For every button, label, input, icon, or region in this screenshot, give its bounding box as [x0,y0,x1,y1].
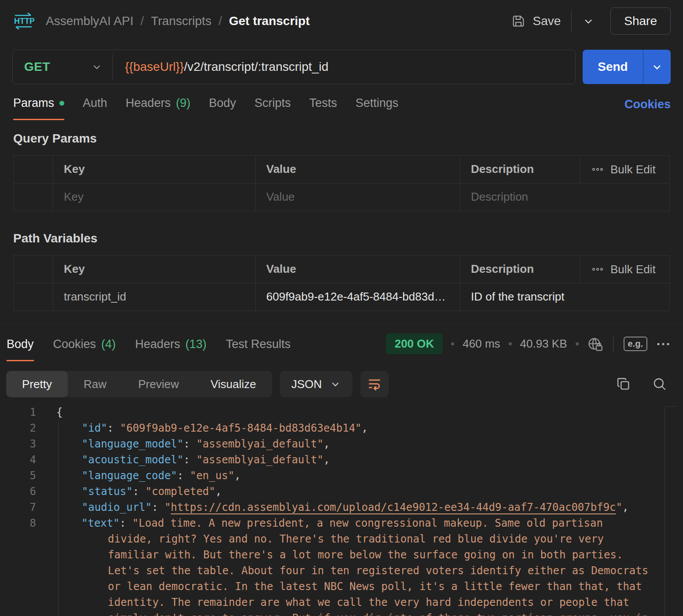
path-variable-select-column [14,256,53,283]
response-size: 40.93 KB [520,337,567,351]
tab-headers[interactable]: Headers(9) [126,96,191,120]
path-variable-column-key: Key [53,256,256,283]
tab-params[interactable]: Params [13,96,64,120]
query-params-table: KeyValueDescriptionBulk EditKeyValueDesc… [13,155,670,211]
url-variable: {{baseUrl}} [125,60,184,73]
query-param-row: KeyValueDescription [14,183,669,211]
code-line-content: "text": "Load time. A new president, a n… [56,515,650,616]
tab-count-badge: (9) [176,96,191,110]
response-time: 460 ms [463,337,500,351]
bulk-edit-label: Bulk Edit [610,156,656,183]
json-string-value: "assemblyai_default" [196,454,323,466]
indentation [56,469,82,482]
query-param-select-column [14,156,53,183]
request-tabs: ParamsAuthHeaders(9)BodyScriptsTestsSett… [13,96,671,120]
json-punctuation: , [323,438,330,450]
query-param-description-cell[interactable]: Description [460,183,669,211]
json-key: "audio_url" [82,501,152,513]
query-param-value-cell[interactable]: Value [256,183,460,211]
path-variable-column-value: Value [256,256,460,283]
code-line-content: "id": "609f9ab9-e12e-4af5-8484-bd83d63e4… [56,420,368,436]
json-key: "status" [82,485,133,498]
json-punctuation: : [132,485,145,498]
format-dropdown[interactable]: JSON [280,371,353,397]
wrap-text-button[interactable] [360,371,389,397]
path-variable-value-cell[interactable]: 609f9ab9-e12e-4af5-8484-bd83d6… [256,283,460,311]
tab-body[interactable]: Body [7,337,34,361]
share-button[interactable]: Share [610,7,671,35]
tab-label: Scripts [254,96,291,110]
network-globe-lock-icon[interactable] [587,336,603,352]
send-button[interactable]: Send [583,50,643,84]
divider [571,11,572,31]
breadcrumb-item-transcripts[interactable]: Transcripts [151,14,211,28]
save-label: Save [532,14,561,28]
tab-label: Body [7,337,34,351]
line-number: 4 [0,452,39,468]
example-icon[interactable]: e.g. [624,337,647,351]
method-selector[interactable]: GET [13,60,112,74]
json-string-value: "Load time. A new president, a new congr… [108,517,655,616]
scrollbar-track[interactable] [665,406,665,616]
tab-headers[interactable]: Headers(13) [135,337,206,361]
tab-settings[interactable]: Settings [356,96,399,120]
path-variables-table: KeyValueDescriptionBulk Edittranscript_i… [13,255,670,311]
bulk-edit-button[interactable]: Bulk Edit [580,256,669,283]
bulk-edit-label: Bulk Edit [610,256,656,282]
response-view-switcher: PrettyRawPreviewVisualize [6,371,272,397]
url-input[interactable]: {{baseUrl}}/v2/transcript/:transcript_id [113,60,328,74]
tab-test-results[interactable]: Test Results [226,337,290,361]
view-tab-raw[interactable]: Raw [68,371,122,397]
save-options-chevron[interactable] [582,15,595,27]
view-tab-pretty[interactable]: Pretty [6,371,68,397]
tab-label: Auth [83,96,107,110]
pane-splitter[interactable] [0,323,683,324]
path-variable-description-cell[interactable]: ID of the transcript [460,283,669,311]
breadcrumb-item-assemblyai-api[interactable]: AssemblyAI API [46,14,133,28]
method-label: GET [24,60,50,74]
indentation [56,454,82,466]
tab-cookies[interactable]: Cookies(4) [53,337,116,361]
json-key: "language_model" [82,438,184,450]
view-tab-preview[interactable]: Preview [122,371,195,397]
tab-scripts[interactable]: Scripts [254,96,291,120]
save-button[interactable]: Save [511,14,561,28]
json-string-value: "assemblyai_default" [196,438,323,450]
breadcrumb-item-get-transcript[interactable]: Get transcript [229,14,310,28]
search-response-icon[interactable] [652,377,667,392]
more-options-icon[interactable] [656,341,671,347]
tab-count-badge: (4) [101,337,116,351]
tab-tests[interactable]: Tests [309,96,337,120]
code-line-content: { [56,404,62,420]
copy-response-icon[interactable] [616,377,631,392]
view-tab-visualize[interactable]: Visualize [195,371,272,397]
response-tabs-row: BodyCookies(4)Headers(13)Test Results 20… [7,334,671,361]
bulk-edit-button[interactable]: Bulk Edit [580,156,669,183]
response-toolbar: PrettyRawPreviewVisualize JSON [6,371,667,397]
json-key: "acoustic_model" [82,454,184,466]
code-line-content: "language_model": "assemblyai_default", [56,436,330,452]
line-number: 6 [0,484,39,499]
tab-auth[interactable]: Auth [83,96,107,120]
cookies-link[interactable]: Cookies [624,98,671,120]
path-variable-select-cell[interactable] [14,283,53,311]
json-punctuation: : [184,438,196,450]
tab-label: Test Results [226,337,290,351]
query-param-column-value: Value [256,156,460,183]
breadcrumb-separator: / [140,14,144,28]
code-line: 1{ [0,404,683,420]
unsaved-changes-dot [59,101,64,106]
path-variable-header-row: KeyValueDescriptionBulk Edit [14,256,669,283]
tab-body[interactable]: Body [209,96,236,120]
tab-label: Params [13,96,54,110]
response-body-viewer: 1{2 "id": "609f9ab9-e12e-4af5-8484-bd83d… [0,404,683,616]
send-options-chevron[interactable] [643,50,671,84]
json-url-link[interactable]: https://cdn.assemblyai.com/upload/c14e90… [171,501,616,513]
code-line: 4 "acoustic_model": "assemblyai_default"… [0,452,683,468]
query-param-key-cell[interactable]: Key [53,183,256,211]
tab-count-badge: (13) [185,337,206,351]
query-param-select-cell[interactable] [14,183,53,211]
path-variable-key-cell[interactable]: transcript_id [53,283,256,311]
line-number: 1 [0,404,39,420]
query-param-column-description: Description [460,156,580,183]
